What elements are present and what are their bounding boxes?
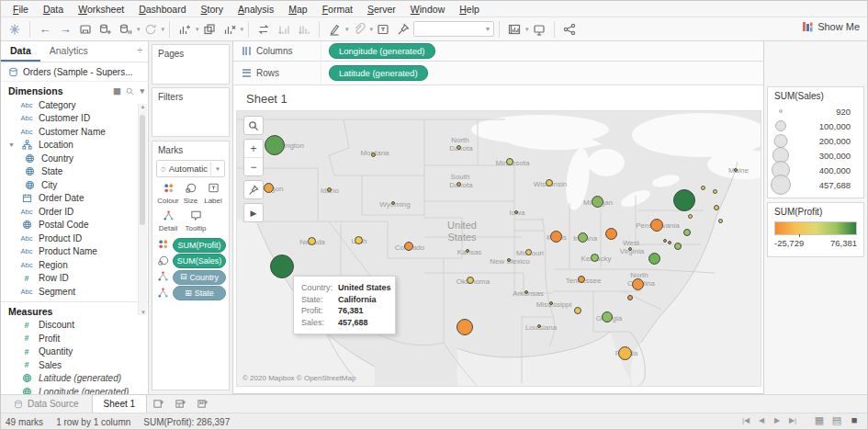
map-mark-south-dakota[interactable] <box>457 182 461 187</box>
columns-shelf[interactable]: Columns Longitude (generated) <box>233 41 764 62</box>
filters-shelf[interactable]: Filters <box>152 87 230 137</box>
pages-shelf[interactable]: Pages <box>152 44 230 85</box>
marks-button-label[interactable]: Label <box>202 182 224 205</box>
map-mark-virginia[interactable] <box>648 253 660 265</box>
pill-sum-sales-[interactable]: SUM(Sales) <box>173 254 226 268</box>
highlight-caret[interactable]: ▾ <box>345 26 349 33</box>
menu-data[interactable]: Data <box>37 3 70 16</box>
menu-server[interactable]: Server <box>361 3 402 16</box>
field-sales[interactable]: #Sales <box>1 358 148 372</box>
swap-rows-columns-icon[interactable] <box>254 20 273 39</box>
field-product-id[interactable]: AbcProduct ID <box>1 232 148 245</box>
field-product-name[interactable]: AbcProduct Name <box>1 245 148 259</box>
share-icon[interactable] <box>560 20 579 39</box>
map-mark-minnesota[interactable] <box>506 158 513 165</box>
save-icon[interactable] <box>76 20 95 39</box>
map-mark-south-carolina[interactable] <box>627 295 633 300</box>
columns-pill[interactable]: Longitude (generated) <box>329 43 435 59</box>
map-mark-oregon[interactable] <box>264 183 274 193</box>
map-mark-maine[interactable] <box>734 168 738 172</box>
map-mark-iowa[interactable] <box>514 210 518 214</box>
menu-file[interactable]: File <box>6 3 35 16</box>
marks-button-detail[interactable]: Detail <box>157 209 179 232</box>
data-source-item[interactable]: Orders (Sample - Supers... <box>1 62 148 82</box>
field-postal-code[interactable]: Postal Code <box>1 219 148 232</box>
slideshow-view-icon[interactable]: ■ <box>847 413 862 426</box>
pill-state[interactable]: ⊞State <box>173 286 226 300</box>
map-mark-mississippi[interactable] <box>549 301 553 305</box>
map-canvas[interactable]: WashingtonMontanaNorthDakotaSouthDakotaM… <box>236 110 761 387</box>
pane-options-icon[interactable]: ÷ <box>138 41 149 62</box>
collapse-hierarchy-icon[interactable]: ⊟ <box>180 273 187 281</box>
map-mark-montana[interactable] <box>371 153 376 157</box>
marks-button-colour[interactable]: Colour <box>157 182 179 205</box>
map-mark-maryland[interactable] <box>674 243 682 250</box>
field-segment[interactable]: AbcSegment <box>1 285 148 299</box>
map-mark-missouri[interactable] <box>525 249 532 255</box>
field-order-date[interactable]: Order Date <box>1 192 148 206</box>
new-story-tab-button[interactable] <box>191 395 213 413</box>
redo-icon[interactable]: → <box>56 20 74 39</box>
map-mark-new-hampshire[interactable] <box>713 189 717 194</box>
field-latitude-generated-[interactable]: Latitude (generated) <box>1 372 148 386</box>
tab-data[interactable]: Data <box>1 41 40 62</box>
new-worksheet-caret[interactable]: ▾ <box>196 26 199 33</box>
map-mark-tennessee[interactable] <box>578 276 585 283</box>
sort-ascending-icon[interactable] <box>275 20 293 39</box>
map-mark-utah[interactable] <box>355 236 363 244</box>
refresh-caret[interactable]: ▾ <box>162 26 165 33</box>
map-mark-idaho[interactable] <box>327 187 332 192</box>
field-city[interactable]: City <box>1 178 148 192</box>
menu-story[interactable]: Story <box>195 3 231 16</box>
map-mark-new-mexico[interactable] <box>507 258 511 262</box>
next-sheet-button[interactable]: ▶ <box>771 416 783 424</box>
fix-axes-icon[interactable] <box>394 20 412 39</box>
marks-button-size[interactable]: Size <box>180 182 202 205</box>
tab-analytics[interactable]: Analytics <box>40 41 97 62</box>
profit-color-legend[interactable]: SUM(Profit) -25,729 76,381 <box>767 202 864 257</box>
expand-caret-icon[interactable]: ▼ <box>8 141 15 148</box>
undo-icon[interactable]: ← <box>36 20 54 39</box>
zoom-out-button[interactable]: − <box>244 157 263 175</box>
field-country[interactable]: Country <box>1 152 148 165</box>
field-quantity[interactable]: #Quantity <box>1 345 148 359</box>
sales-size-legend[interactable]: SUM(Sales) 920100,000200,000300,000400,0… <box>767 86 864 198</box>
map-mark-washington[interactable] <box>265 135 285 155</box>
last-sheet-button[interactable]: ▶| <box>786 416 799 424</box>
pause-data-caret[interactable]: ▾ <box>137 26 141 33</box>
field-state[interactable]: State <box>1 165 148 179</box>
map-mark-california[interactable] <box>270 255 294 278</box>
field-customer-id[interactable]: AbcCustomer ID <box>1 112 148 126</box>
tableau-logo-icon[interactable] <box>6 20 24 39</box>
menu-map[interactable]: Map <box>282 3 313 16</box>
map-mark-pennsylvania[interactable] <box>650 219 663 232</box>
map-mark-nevada[interactable] <box>308 237 316 245</box>
expand-hierarchy-icon[interactable]: ⊞ <box>185 289 192 298</box>
presentation-mode-icon[interactable] <box>530 20 548 39</box>
map-mark-texas[interactable] <box>457 319 473 335</box>
map-mark-kentucky[interactable] <box>591 254 599 262</box>
map-mark-new-jersey[interactable] <box>683 229 691 236</box>
prev-sheet-button[interactable]: ◀ <box>755 416 768 424</box>
pane-menu-caret-icon[interactable]: ▾ <box>140 86 144 96</box>
map-mark-indiana[interactable] <box>578 232 588 243</box>
map-mark-district-of-columbia[interactable] <box>668 241 671 244</box>
new-dashboard-tab-button[interactable] <box>169 395 191 413</box>
field-customer-name[interactable]: AbcCustomer Name <box>1 125 148 139</box>
filmstrip-view-icon[interactable]: ▤ <box>829 413 844 426</box>
fit-selector[interactable]: ▾ <box>413 21 494 37</box>
map-mark-ohio[interactable] <box>605 228 617 240</box>
map-mark-new-york[interactable] <box>673 189 695 211</box>
add-data-source-icon[interactable] <box>96 20 115 39</box>
field-discount[interactable]: #Discount <box>1 319 148 333</box>
sort-descending-icon[interactable] <box>295 20 313 39</box>
rows-pill[interactable]: Latitude (generated) <box>329 65 428 81</box>
map-mark-florida[interactable] <box>618 346 632 360</box>
new-worksheet-tab-button[interactable] <box>147 395 169 413</box>
pause-data-updates-icon[interactable] <box>117 20 135 39</box>
menu-worksheet[interactable]: Worksheet <box>72 3 130 16</box>
hyperlink-caret[interactable]: ▾ <box>370 26 374 33</box>
map-mark-illinois[interactable] <box>550 231 562 243</box>
map-mark-delaware[interactable] <box>663 239 667 243</box>
zoom-in-button[interactable]: + <box>244 140 263 157</box>
